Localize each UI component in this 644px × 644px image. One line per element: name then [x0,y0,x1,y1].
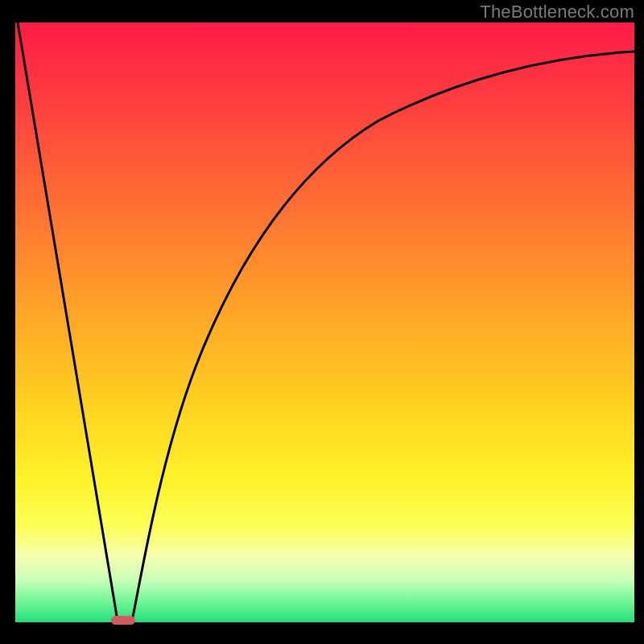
curve-layer [0,0,644,644]
min-marker-pill [111,616,135,625]
bottleneck-curve [18,23,634,621]
chart-root: TheBottleneck.com [0,0,644,644]
